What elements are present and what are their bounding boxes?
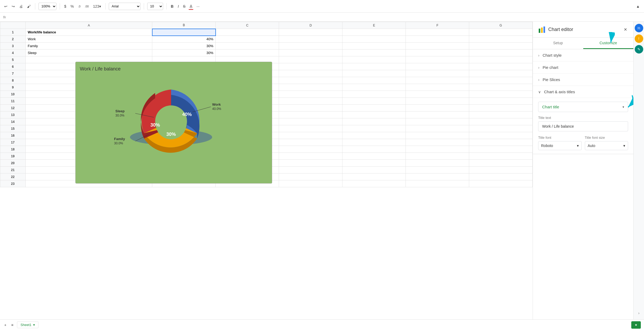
cell-13-G[interactable]	[469, 112, 533, 118]
cell-7-E[interactable]	[342, 70, 406, 77]
cell-1-B[interactable]	[152, 29, 216, 36]
cell-23-E[interactable]	[342, 180, 406, 187]
cell-19-E[interactable]	[342, 153, 406, 160]
col-header-c[interactable]: C	[216, 22, 279, 29]
cell-21-F[interactable]	[406, 167, 469, 173]
cell-19-F[interactable]	[406, 153, 469, 160]
cell-6-F[interactable]	[406, 63, 469, 70]
cell-5-F[interactable]	[406, 56, 469, 63]
cell-3-F[interactable]	[406, 43, 469, 50]
cell-18-D[interactable]	[279, 146, 342, 153]
bold-button[interactable]: B	[170, 3, 175, 10]
cell-6-E[interactable]	[342, 63, 406, 70]
cell-10-D[interactable]	[279, 91, 342, 98]
zoom-select[interactable]: 100%	[38, 3, 56, 10]
cell-21-G[interactable]	[469, 167, 533, 173]
cell-15-E[interactable]	[342, 125, 406, 132]
cell-11-F[interactable]	[406, 98, 469, 105]
col-header-e[interactable]: E	[342, 22, 406, 29]
cell-4-E[interactable]	[342, 50, 406, 56]
format-number-button[interactable]: 123▾	[92, 3, 102, 10]
cell-16-G[interactable]	[469, 132, 533, 139]
cell-9-G[interactable]	[469, 84, 533, 91]
cell-17-E[interactable]	[342, 139, 406, 146]
calendar-icon-btn[interactable]: 31	[635, 24, 643, 32]
cell-10-G[interactable]	[469, 91, 533, 98]
cell-8-F[interactable]	[406, 77, 469, 84]
cell-9-D[interactable]	[279, 84, 342, 91]
cell-22-G[interactable]	[469, 173, 533, 180]
cell-9-E[interactable]	[342, 84, 406, 91]
col-header-b[interactable]: B	[152, 22, 216, 29]
cell-18-F[interactable]	[406, 146, 469, 153]
cell-1-D[interactable]	[279, 29, 342, 36]
cell-2-D[interactable]	[279, 36, 342, 43]
cell-3-E[interactable]	[342, 43, 406, 50]
cell-16-E[interactable]	[342, 132, 406, 139]
col-header-d[interactable]: D	[279, 22, 342, 29]
cell-2-E[interactable]	[342, 36, 406, 43]
cell-2-G[interactable]	[469, 36, 533, 43]
font-select[interactable]: Arial	[109, 3, 141, 10]
percent-button[interactable]: %	[69, 3, 75, 10]
cell-20-E[interactable]	[342, 160, 406, 167]
section-chart-style[interactable]: › Chart style	[533, 49, 633, 61]
cell-4-A[interactable]: Sleep	[25, 50, 152, 56]
decimal-decrease-button[interactable]: .0	[77, 4, 81, 9]
underline-button[interactable]: A	[189, 3, 193, 10]
section-pie-chart[interactable]: › Pie chart	[533, 61, 633, 74]
cell-7-D[interactable]	[279, 70, 342, 77]
close-editor-button[interactable]: ×	[623, 25, 628, 34]
cell-9-F[interactable]	[406, 84, 469, 91]
cell-10-E[interactable]	[342, 91, 406, 98]
undo-button[interactable]: ↩	[3, 3, 8, 10]
cell-18-E[interactable]	[342, 146, 406, 153]
cell-14-E[interactable]	[342, 118, 406, 125]
section-pie-slices[interactable]: › Pie Slices	[533, 74, 633, 86]
cell-23-F[interactable]	[406, 180, 469, 187]
cell-22-D[interactable]	[279, 173, 342, 180]
cell-5-E[interactable]	[342, 56, 406, 63]
print-button[interactable]: 🖨	[18, 3, 24, 10]
cell-22-E[interactable]	[342, 173, 406, 180]
currency-button[interactable]: $	[63, 3, 67, 10]
cell-1-E[interactable]	[342, 29, 406, 36]
cell-1-F[interactable]	[406, 29, 469, 36]
cell-19-G[interactable]	[469, 153, 533, 160]
cell-3-G[interactable]	[469, 43, 533, 50]
explore-button[interactable]: ✦	[631, 321, 641, 329]
title-font-size-select[interactable]: Auto ▾	[585, 141, 628, 150]
sheets-list-button[interactable]: ≡	[10, 322, 14, 328]
decimal-increase-button[interactable]: .00	[84, 4, 90, 9]
cell-7-G[interactable]	[469, 70, 533, 77]
cell-17-G[interactable]	[469, 139, 533, 146]
cell-11-E[interactable]	[342, 98, 406, 105]
expand-icon-btn[interactable]: ›	[635, 309, 643, 317]
cell-1-G[interactable]	[469, 29, 533, 36]
cell-4-G[interactable]	[469, 50, 533, 56]
cell-20-F[interactable]	[406, 160, 469, 167]
cell-16-F[interactable]	[406, 132, 469, 139]
cell-12-D[interactable]	[279, 105, 342, 112]
cell-8-G[interactable]	[469, 77, 533, 84]
cell-22-F[interactable]	[406, 173, 469, 180]
cell-4-B[interactable]: 30%	[152, 50, 216, 56]
cell-7-F[interactable]	[406, 70, 469, 77]
cell-2-F[interactable]	[406, 36, 469, 43]
cell-12-G[interactable]	[469, 105, 533, 112]
more-button[interactable]: ···	[195, 3, 201, 10]
cell-15-D[interactable]	[279, 125, 342, 132]
cell-23-D[interactable]	[279, 180, 342, 187]
cell-4-D[interactable]	[279, 50, 342, 56]
cell-12-E[interactable]	[342, 105, 406, 112]
cell-8-D[interactable]	[279, 77, 342, 84]
cell-11-D[interactable]	[279, 98, 342, 105]
cell-16-D[interactable]	[279, 132, 342, 139]
cell-19-D[interactable]	[279, 153, 342, 160]
cell-5-G[interactable]	[469, 56, 533, 63]
cell-3-A[interactable]: Family	[25, 43, 152, 50]
tab-setup[interactable]: Setup	[533, 38, 583, 49]
cell-8-E[interactable]	[342, 77, 406, 84]
cell-14-F[interactable]	[406, 118, 469, 125]
cell-11-G[interactable]	[469, 98, 533, 105]
